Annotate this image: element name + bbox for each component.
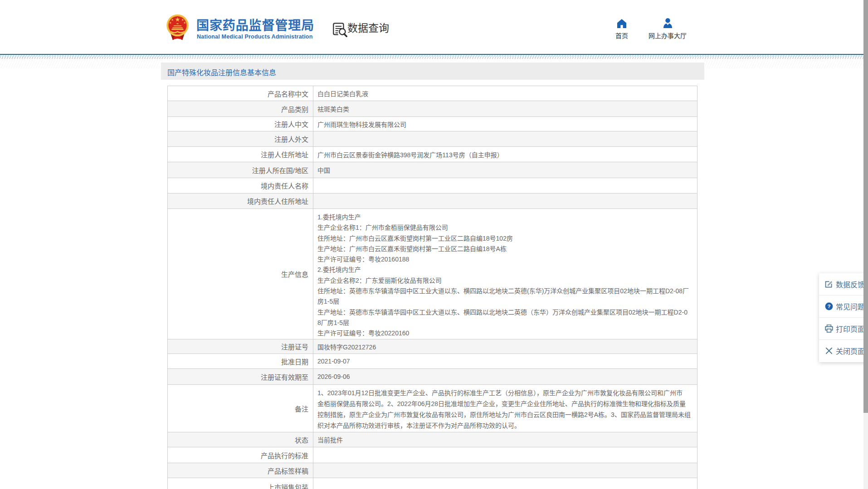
- svg-text:?: ?: [827, 304, 830, 309]
